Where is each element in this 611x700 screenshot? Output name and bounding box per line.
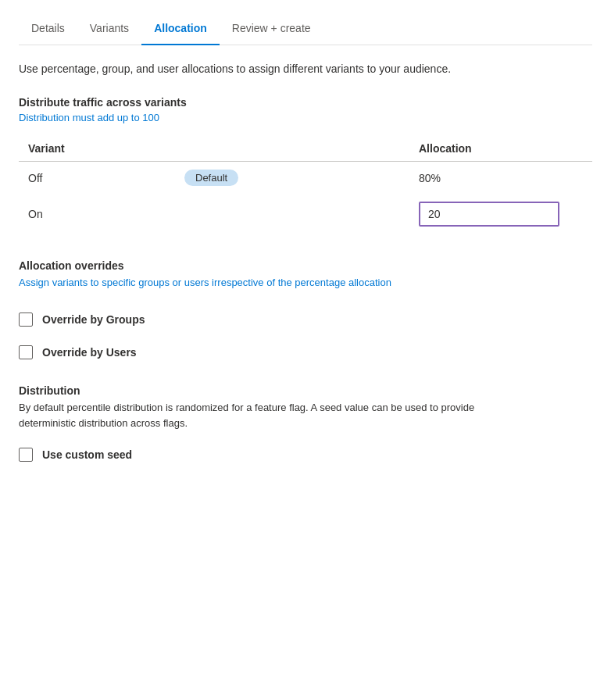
override-groups-item[interactable]: Override by Groups [19, 312, 592, 327]
override-groups-label: Override by Groups [42, 313, 145, 326]
default-badge-cell: Default [175, 162, 409, 195]
distribution-section-title: Distribution [19, 384, 592, 397]
tab-review-create[interactable]: Review + create [220, 12, 323, 45]
allocation-off-value: 80% [409, 162, 592, 195]
col-badge-header [175, 136, 409, 162]
on-badge-cell [175, 194, 409, 234]
default-badge: Default [184, 170, 238, 186]
custom-seed-item[interactable]: Use custom seed [19, 448, 592, 462]
table-row: On [19, 194, 592, 234]
variant-off-label: Off [19, 162, 175, 195]
override-groups-checkbox[interactable] [19, 312, 33, 327]
allocation-on-input[interactable] [419, 202, 559, 227]
allocation-off-text: 80% [419, 172, 441, 184]
traffic-section: Distribute traffic across variants Distr… [19, 96, 592, 234]
tab-details[interactable]: Details [19, 12, 77, 45]
table-row: Off Default 80% [19, 162, 592, 195]
overrides-section: Allocation overrides Assign variants to … [19, 259, 592, 359]
distribution-section: Distribution By default percentile distr… [19, 384, 592, 462]
custom-seed-checkbox[interactable] [19, 448, 33, 462]
traffic-section-subtitle: Distribution must add up to 100 [19, 112, 592, 123]
col-allocation-header: Allocation [409, 136, 592, 162]
tab-bar: Details Variants Allocation Review + cre… [19, 12, 592, 45]
page-description: Use percentage, group, and user allocati… [19, 61, 592, 77]
override-users-label: Override by Users [42, 346, 137, 359]
overrides-section-description: Assign variants to specific groups or us… [19, 275, 592, 291]
distribution-section-description: By default percentile distribution is ra… [19, 400, 527, 433]
override-users-item[interactable]: Override by Users [19, 345, 592, 359]
main-container: Details Variants Allocation Review + cre… [0, 0, 611, 493]
override-users-checkbox[interactable] [19, 345, 33, 359]
traffic-section-title: Distribute traffic across variants [19, 96, 592, 109]
allocation-table: Variant Allocation Off Default 80% [19, 136, 592, 234]
variant-on-label: On [19, 194, 175, 234]
tab-allocation[interactable]: Allocation [141, 12, 220, 45]
overrides-section-title: Allocation overrides [19, 259, 592, 272]
tab-variants[interactable]: Variants [77, 12, 141, 45]
col-variant-header: Variant [19, 136, 175, 162]
allocation-on-cell [409, 194, 592, 234]
custom-seed-label: Use custom seed [42, 448, 132, 461]
